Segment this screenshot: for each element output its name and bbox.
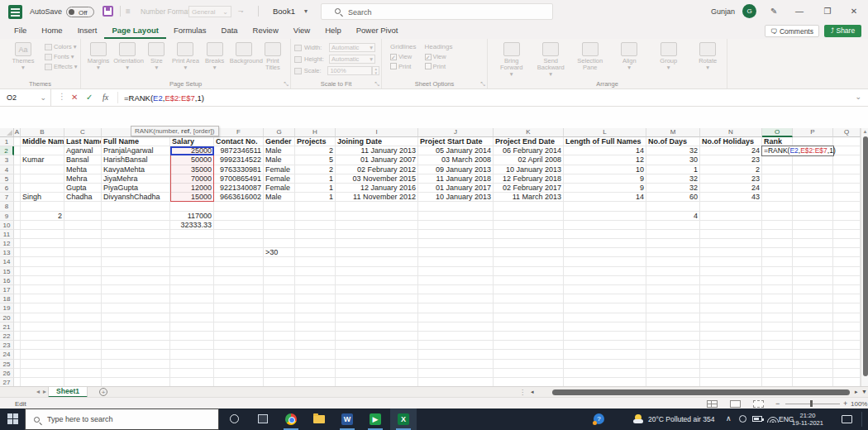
share-button[interactable]: ⤴ Share xyxy=(824,25,861,37)
cell-L27[interactable] xyxy=(564,378,646,386)
cell-O13[interactable] xyxy=(762,248,793,257)
cell-C18[interactable] xyxy=(64,294,102,303)
cell-N13[interactable] xyxy=(700,248,762,257)
rotate-button[interactable]: Rotate▾ xyxy=(689,42,727,78)
cell-M8[interactable] xyxy=(646,202,700,211)
cell-K9[interactable] xyxy=(494,212,564,221)
cell-B25[interactable] xyxy=(21,360,64,369)
cell-A23[interactable] xyxy=(14,341,21,350)
name-box[interactable]: O2⌄ xyxy=(0,89,51,106)
cell-D19[interactable] xyxy=(102,303,170,313)
cell-J15[interactable] xyxy=(418,267,494,276)
breaks-button[interactable]: Breaks▾ xyxy=(201,42,229,71)
cell-M1[interactable]: No.of Days xyxy=(646,137,700,146)
cell-I6[interactable]: 12 January 2016 xyxy=(336,184,418,193)
cell-F16[interactable] xyxy=(214,276,264,285)
cell-H12[interactable] xyxy=(295,239,336,248)
cell-Q25[interactable] xyxy=(833,360,861,369)
cell-C26[interactable] xyxy=(64,369,102,378)
cell-G21[interactable] xyxy=(264,322,295,332)
editing-cell-O2[interactable]: =RANK(E2,E$2:E$7,1) xyxy=(761,146,834,156)
cell-A14[interactable] xyxy=(14,257,21,266)
cell-F27[interactable] xyxy=(214,378,264,386)
cell-L7[interactable]: 14 xyxy=(564,193,646,202)
cell-D17[interactable] xyxy=(102,285,170,294)
cell-C6[interactable]: Gupta xyxy=(64,184,102,193)
cell-A22[interactable] xyxy=(14,332,21,341)
cell-H11[interactable] xyxy=(295,230,336,239)
cell-P14[interactable] xyxy=(793,257,833,266)
row-header-24[interactable]: 24 xyxy=(0,350,14,359)
cell-C25[interactable] xyxy=(64,360,102,369)
cell-A16[interactable] xyxy=(14,276,21,285)
cell-Q3[interactable] xyxy=(833,155,861,165)
column-header-Q[interactable]: Q xyxy=(833,128,861,137)
cell-C10[interactable] xyxy=(64,221,102,230)
cell-L16[interactable] xyxy=(564,276,646,285)
cell-B8[interactable] xyxy=(21,202,64,211)
cell-C17[interactable] xyxy=(64,285,102,294)
taskbar-search-box[interactable]: Type here to search xyxy=(25,408,219,430)
cell-O14[interactable] xyxy=(762,257,793,266)
scroll-right-icon[interactable]: ▸ xyxy=(855,389,858,395)
column-header-I[interactable]: I xyxy=(336,128,418,137)
cell-N17[interactable] xyxy=(700,285,762,294)
cortana-button[interactable] xyxy=(222,408,248,430)
headings-view-checkbox[interactable]: ✓View xyxy=(425,52,453,62)
cell-H23[interactable] xyxy=(295,341,336,350)
cell-J13[interactable] xyxy=(418,248,494,257)
cell-B4[interactable] xyxy=(21,165,64,174)
row-header-26[interactable]: 26 xyxy=(0,369,14,378)
cell-A8[interactable] xyxy=(14,202,21,211)
group-button[interactable]: Group▾ xyxy=(650,42,688,78)
action-center-icon[interactable] xyxy=(842,415,852,423)
cell-M27[interactable] xyxy=(646,378,700,386)
cell-P13[interactable] xyxy=(793,248,833,257)
prev-sheet-icon[interactable]: ◂ xyxy=(36,388,40,395)
cell-P24[interactable] xyxy=(793,350,833,359)
tab-file[interactable]: File xyxy=(7,23,34,39)
cell-O17[interactable] xyxy=(762,285,793,294)
cell-E8[interactable] xyxy=(170,202,214,211)
cell-F8[interactable] xyxy=(214,202,264,211)
cell-G24[interactable] xyxy=(264,350,295,359)
cell-I13[interactable] xyxy=(336,248,418,257)
cell-I7[interactable]: 11 November 2012 xyxy=(336,193,418,202)
height-input[interactable]: Automatic▾ xyxy=(329,55,375,64)
cell-B18[interactable] xyxy=(21,294,64,303)
cell-M14[interactable] xyxy=(646,257,700,266)
page-layout-view-icon[interactable] xyxy=(730,400,741,408)
cell-G19[interactable] xyxy=(264,303,295,313)
cell-E20[interactable] xyxy=(170,313,214,322)
excel-app-icon[interactable] xyxy=(8,5,22,19)
tab-data[interactable]: Data xyxy=(214,23,246,39)
cell-E6[interactable]: 12000 xyxy=(170,184,214,193)
themes-button[interactable]: Aa Themes▾ xyxy=(5,42,41,71)
cell-I5[interactable]: 03 November 2015 xyxy=(336,174,418,184)
cell-O27[interactable] xyxy=(762,378,793,386)
cell-B9[interactable]: 2 xyxy=(21,212,64,221)
cell-N7[interactable]: 43 xyxy=(700,193,762,202)
cell-G4[interactable]: Female xyxy=(264,165,295,174)
tab-help[interactable]: Help xyxy=(317,23,349,39)
cell-A13[interactable] xyxy=(14,248,21,257)
cell-D21[interactable] xyxy=(102,322,170,332)
cell-C7[interactable]: Chadha xyxy=(64,193,102,202)
cell-E15[interactable] xyxy=(170,267,214,276)
cell-M17[interactable] xyxy=(646,285,700,294)
cell-L15[interactable] xyxy=(564,267,646,276)
cell-B6[interactable] xyxy=(21,184,64,193)
cell-K21[interactable] xyxy=(494,322,564,332)
pen-mode-icon[interactable]: ✎ xyxy=(770,7,780,17)
cell-L24[interactable] xyxy=(564,350,646,359)
zoom-level[interactable]: 100% xyxy=(851,400,867,408)
cell-H20[interactable] xyxy=(295,313,336,322)
cell-E21[interactable] xyxy=(170,322,214,332)
row-header-9[interactable]: 9 xyxy=(0,212,14,221)
weather-text[interactable]: 20°C Polluted air 354 xyxy=(648,415,714,423)
cell-K6[interactable]: 02 February 2017 xyxy=(494,184,564,193)
cell-M9[interactable]: 4 xyxy=(646,212,700,221)
cell-P7[interactable] xyxy=(793,193,833,202)
scrollbar-thumb[interactable] xyxy=(863,136,868,376)
cell-K2[interactable]: 06 February 2014 xyxy=(494,146,564,155)
